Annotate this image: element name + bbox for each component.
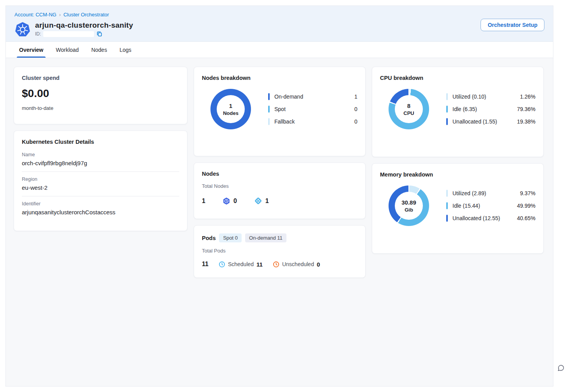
- fallback-color-bar: [268, 118, 270, 125]
- legend-item-unallocated: Unallocated (1.55) 19.38%: [446, 118, 535, 125]
- cluster-details-title: Kubernetes Cluster Details: [22, 139, 179, 145]
- legend-item-spot: Spot 0: [268, 106, 357, 113]
- cluster-spend-period: month-to-date: [22, 105, 179, 111]
- breadcrumb-cluster-orchestrator-link[interactable]: Cluster Orchestrator: [64, 12, 109, 18]
- idle-color-bar: [446, 202, 448, 209]
- cpu-donut-chart: 8 CPU: [389, 89, 429, 129]
- total-nodes-value: 1: [202, 198, 205, 205]
- memory-donut-value: 30.89: [401, 199, 416, 206]
- cpu-breakdown-card: CPU breakdown 8 CPU Utilized (0.10): [372, 67, 544, 157]
- on-demand-pods-badge: On-demand 11: [245, 233, 286, 242]
- legend-item-idle: Idle (15.44) 49.99%: [446, 202, 535, 209]
- on-demand-color-bar: [268, 93, 270, 100]
- idle-color-bar: [446, 106, 448, 113]
- overview-content: Cluster spend $0.00 month-to-date Kubern…: [6, 58, 553, 286]
- legend-item-utilized: Utilized (0.10) 1.26%: [446, 93, 535, 100]
- unscheduled-pods-stat: Unscheduled 0: [273, 261, 320, 268]
- nodes-donut-label: Nodes: [223, 110, 239, 116]
- page-header: Account: CCM-NG › Cluster Orchestrator a…: [6, 6, 553, 42]
- spot-node-icon: [223, 197, 230, 205]
- total-nodes-label: Total Nodes: [202, 183, 357, 189]
- scheduled-clock-icon: [219, 261, 225, 268]
- memory-breakdown-title: Memory breakdown: [380, 171, 535, 178]
- detail-field-region: Region eu-west-2: [22, 171, 179, 196]
- breadcrumb: Account: CCM-NG › Cluster Orchestrator: [14, 12, 544, 18]
- cluster-spend-title: Cluster spend: [22, 75, 179, 81]
- chat-help-button[interactable]: [556, 363, 565, 374]
- unallocated-color-bar: [446, 118, 448, 125]
- tab-nodes[interactable]: Nodes: [91, 42, 107, 58]
- tab-overview[interactable]: Overview: [19, 42, 43, 58]
- cluster-id-label: ID:: [35, 31, 41, 37]
- cpu-breakdown-legend: Utilized (0.10) 1.26% Idle (6.35) 79.36%…: [446, 93, 535, 125]
- nodes-donut-value: 1: [229, 102, 232, 109]
- cluster-spend-amount: $0.00: [22, 87, 179, 100]
- memory-breakdown-legend: Utilized (2.89) 9.37% Idle (15.44) 49.99…: [446, 190, 535, 222]
- cpu-breakdown-title: CPU breakdown: [380, 75, 535, 81]
- spot-pods-badge: Spot 0: [219, 233, 242, 242]
- page-title: arjun-qa-clusterorch-sanity: [35, 21, 133, 30]
- cluster-orchestrator-page: Account: CCM-NG › Cluster Orchestrator a…: [5, 5, 553, 387]
- nodes-card: Nodes Total Nodes 1 0: [194, 162, 366, 219]
- nodes-breakdown-legend: On-demand 1 Spot 0 Fallback 0: [268, 93, 357, 125]
- spot-color-bar: [268, 106, 270, 113]
- legend-item-idle: Idle (6.35) 79.36%: [446, 106, 535, 113]
- spot-nodes-stat: 0: [223, 197, 237, 205]
- pods-card-title: Pods: [202, 235, 216, 241]
- copy-icon: [96, 31, 102, 37]
- cluster-id-value: [43, 31, 94, 37]
- memory-breakdown-card: Memory breakdown 30.89 Gib Utilized (2.8…: [372, 163, 544, 254]
- nodes-breakdown-title: Nodes breakdown: [202, 75, 357, 81]
- nodes-breakdown-card: Nodes breakdown 1 Nodes On-demand 1: [194, 67, 366, 156]
- scheduled-pods-count: 11: [256, 261, 263, 268]
- chat-icon: [556, 363, 565, 373]
- detail-field-name: Name orch-cvifpfl9rbg8neldj97g: [22, 152, 179, 171]
- total-pods-value: 11: [202, 261, 209, 268]
- copy-id-button[interactable]: [96, 31, 102, 37]
- tab-bar: Overview Workload Nodes Logs: [6, 42, 553, 58]
- on-demand-node-icon: [254, 197, 262, 205]
- cpu-donut-label: CPU: [403, 110, 414, 116]
- pods-card: Pods Spot 0 On-demand 11 Total Pods 11 S…: [194, 225, 366, 278]
- legend-item-unallocated: Unallocated (12.55) 40.65%: [446, 215, 535, 222]
- legend-item-fallback: Fallback 0: [268, 118, 357, 125]
- on-demand-nodes-count: 1: [265, 198, 269, 205]
- utilized-color-bar: [446, 190, 448, 197]
- nodes-card-title: Nodes: [202, 171, 357, 177]
- unscheduled-pods-count: 0: [317, 261, 320, 268]
- kubernetes-cluster-details-card: Kubernetes Cluster Details Name orch-cvi…: [14, 131, 187, 231]
- on-demand-nodes-stat: 1: [254, 197, 269, 205]
- memory-donut-label: Gib: [405, 207, 413, 213]
- tab-workload[interactable]: Workload: [56, 42, 79, 58]
- scheduled-pods-stat: Scheduled 11: [219, 261, 263, 268]
- memory-donut-chart: 30.89 Gib: [389, 185, 429, 226]
- orchestrator-setup-button[interactable]: Orchestrator Setup: [481, 19, 544, 31]
- legend-item-utilized: Utilized (2.89) 9.37%: [446, 190, 535, 197]
- breadcrumb-account-link[interactable]: Account: CCM-NG: [14, 12, 57, 18]
- kubernetes-icon: [14, 21, 31, 38]
- total-pods-label: Total Pods: [202, 248, 357, 254]
- nodes-donut-chart: 1 Nodes: [210, 89, 251, 129]
- detail-field-identifier: Identifier arjunqasanityclusterorchCosta…: [22, 196, 179, 215]
- cluster-spend-card: Cluster spend $0.00 month-to-date: [14, 67, 187, 124]
- breadcrumb-separator: ›: [59, 12, 61, 18]
- unallocated-color-bar: [446, 215, 448, 222]
- cpu-donut-value: 8: [407, 102, 410, 109]
- utilized-color-bar: [446, 93, 448, 100]
- legend-item-on-demand: On-demand 1: [268, 93, 357, 100]
- spot-nodes-count: 0: [233, 198, 237, 205]
- tab-logs[interactable]: Logs: [120, 42, 131, 58]
- unscheduled-clock-icon: [273, 261, 279, 268]
